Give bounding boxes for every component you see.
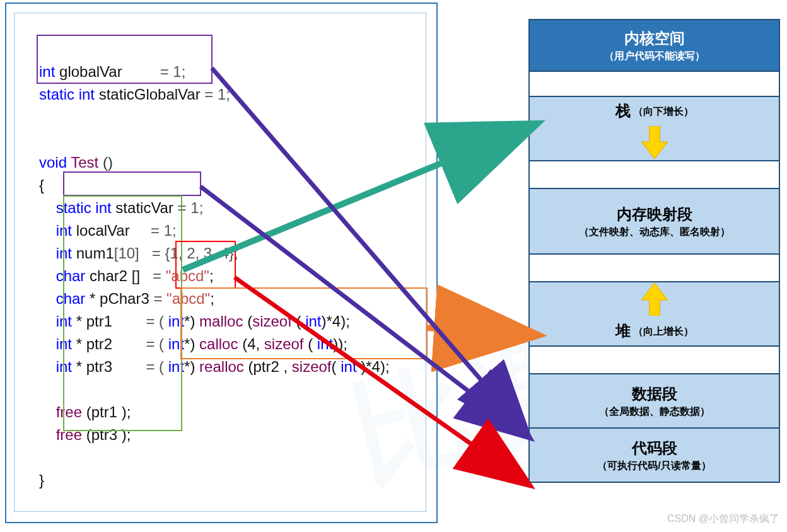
keyword: static int	[39, 86, 95, 103]
row-sub: （可执行代码/只读常量）	[597, 460, 711, 473]
row-heap-title: 堆 （向上增长）	[530, 316, 779, 345]
row-gap1	[530, 71, 779, 96]
row-sub: （全局数据、静态数据）	[599, 405, 710, 419]
arrow-down-icon	[641, 126, 668, 159]
parens: ()	[103, 154, 113, 171]
row-gap2	[530, 160, 779, 188]
row-sub: （向上增长）	[633, 325, 694, 338]
highlight-local-vars	[63, 195, 182, 431]
ident: staticGlobalVar	[95, 86, 201, 103]
row-gap4	[530, 345, 779, 373]
arrow-up-icon	[641, 283, 668, 316]
row-title: 数据段	[632, 384, 677, 404]
cast-suffix: *)	[184, 358, 199, 375]
row-sub: （向下增长）	[633, 105, 694, 119]
args: (ptr2 ,	[244, 358, 292, 375]
arrow-orange	[428, 328, 522, 334]
row-data-segment: 数据段 （全局数据、静态数据）	[530, 373, 779, 427]
row-stack-title: 栈 （向下增长）	[530, 96, 779, 125]
args: (	[332, 358, 341, 375]
assign: = 1;	[204, 86, 230, 103]
row-gap3	[530, 253, 779, 281]
highlight-static-var	[63, 171, 201, 196]
row-sub: （文件映射、动态库、匿名映射）	[579, 226, 730, 239]
highlight-string-literals	[175, 241, 236, 289]
brace: {	[39, 176, 44, 194]
args: )*4);	[361, 358, 389, 375]
diagram-root: 比课 int globalVar = 1; static int staticG…	[0, 0, 787, 532]
highlight-heap-calls	[180, 287, 428, 359]
keyword: void	[39, 154, 67, 171]
type: int	[341, 358, 361, 375]
row-kernel: 内核空间 （用户代码不能读写）	[530, 20, 779, 71]
highlight-global-vars	[37, 35, 213, 84]
memory-layout-table: 内核空间 （用户代码不能读写） 栈 （向下增长） 内存映射段 （文件映射、动态库…	[528, 19, 780, 483]
row-heap-arrow	[530, 281, 779, 316]
row-title: 内核空间	[624, 28, 685, 49]
mem-func: realloc	[199, 358, 244, 375]
row-sub: （用户代码不能读写）	[604, 50, 705, 63]
watermark-text: CSDN @小曾同学杀疯了	[667, 512, 779, 526]
func-name: Test	[67, 154, 103, 171]
brace: }	[39, 471, 44, 489]
row-title: 代码段	[632, 438, 677, 458]
row-title: 栈	[615, 101, 631, 121]
row-stack-arrow	[530, 125, 779, 160]
row-title: 堆	[615, 321, 631, 341]
row-mmap: 内存映射段 （文件映射、动态库、匿名映射）	[530, 188, 779, 253]
row-code-segment: 代码段 （可执行代码/只读常量）	[530, 427, 779, 482]
row-title: 内存映射段	[617, 204, 692, 224]
sizeof: sizeof	[292, 358, 332, 375]
